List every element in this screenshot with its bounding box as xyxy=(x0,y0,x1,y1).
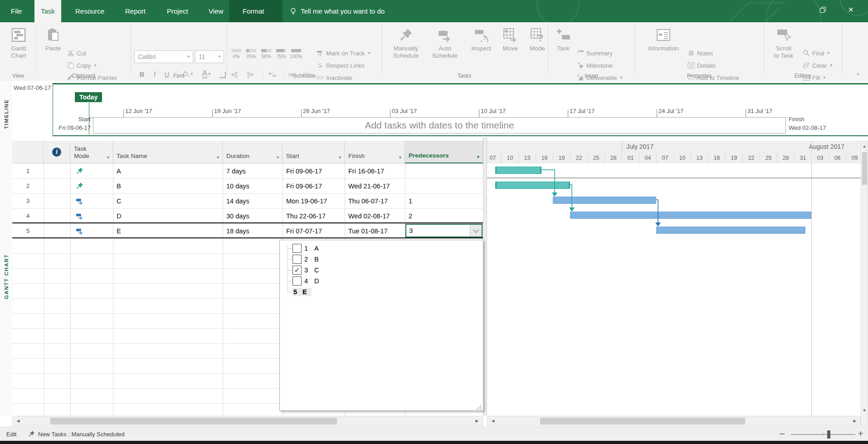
predecessor-option-5[interactable]: 5E xyxy=(293,286,312,297)
gantt-bar-task-a[interactable] xyxy=(495,167,541,174)
filter-arrow-icon[interactable]: ▼ xyxy=(216,155,220,160)
option-checkbox[interactable]: ✓ xyxy=(293,266,302,275)
duration-cell[interactable]: 30 days xyxy=(223,208,283,223)
column-header-duration[interactable]: Duration▼ xyxy=(223,141,283,163)
move-button[interactable]: Move xyxy=(497,25,523,69)
task-mode-cell[interactable] xyxy=(70,208,113,223)
duration-cell[interactable]: 18 days xyxy=(223,223,283,238)
vscroll-up-icon[interactable]: ▲ xyxy=(861,142,868,150)
tab-file[interactable]: File xyxy=(5,0,28,22)
outdent-task-button[interactable] xyxy=(230,69,238,79)
predecessors-combo-button[interactable] xyxy=(470,225,482,237)
task-name-cell[interactable]: D xyxy=(113,208,223,223)
chart-vscrollbar[interactable]: ▲ ▼ xyxy=(861,141,868,426)
table-hscroll-right-icon[interactable]: ▶ xyxy=(473,416,482,425)
percent-100-button[interactable]: 100% xyxy=(289,48,303,65)
manually-schedule-button[interactable]: ManuallySchedule xyxy=(387,25,425,69)
copy-button[interactable]: Copy▼ xyxy=(67,60,97,70)
font-size-combo[interactable]: 11 ▼ xyxy=(195,50,224,63)
predecessors-cell[interactable] xyxy=(405,163,483,178)
task-name-cell[interactable]: C xyxy=(113,193,223,208)
start-cell[interactable]: Fri 09-06-17 xyxy=(283,178,345,193)
insert-task-button[interactable]: Task xyxy=(551,25,576,69)
filter-arrow-icon[interactable]: ▼ xyxy=(476,155,480,159)
filter-arrow-icon[interactable]: ▼ xyxy=(398,155,402,160)
chart-hscrollbar[interactable]: ◀ ▶ xyxy=(487,416,861,426)
row-number-cell[interactable]: 5 xyxy=(12,223,44,238)
font-dialog-launcher[interactable] xyxy=(219,72,226,78)
column-header-name[interactable]: Task Name▼ xyxy=(113,141,223,163)
predecessor-option-3[interactable]: ✓3C xyxy=(293,265,319,276)
zoom-in-button[interactable]: + xyxy=(858,429,863,439)
filter-arrow-icon[interactable]: ▼ xyxy=(338,155,342,160)
row-number-cell[interactable]: 4 xyxy=(12,208,44,223)
start-cell[interactable]: Mon 19-06-17 xyxy=(283,193,345,208)
tab-format[interactable]: Format xyxy=(236,0,271,22)
column-header-info[interactable]: i xyxy=(44,141,70,163)
column-header-mode[interactable]: TaskMode▼ xyxy=(70,141,113,163)
duration-cell[interactable]: 10 days xyxy=(223,178,283,193)
unlink-tasks-button[interactable] xyxy=(303,69,311,79)
table-hscroll-thumb[interactable] xyxy=(50,418,337,424)
font-family-dropdown-icon[interactable]: ▼ xyxy=(185,54,193,59)
start-cell[interactable]: Thu 22-06-17 xyxy=(283,208,345,223)
filter-arrow-icon[interactable]: ▼ xyxy=(106,155,110,160)
start-cell[interactable]: Fri 09-06-17 xyxy=(283,163,345,178)
gantt-pane-strip[interactable]: GANTT CHART xyxy=(0,138,12,416)
tab-task[interactable]: Task xyxy=(34,0,61,22)
predecessor-option-2[interactable]: 2B xyxy=(293,254,319,265)
predecessor-option-1[interactable]: 1A xyxy=(293,243,319,254)
start-cell[interactable]: Fri 07-07-17 xyxy=(283,223,345,238)
finish-cell[interactable]: Thu 06-07-17 xyxy=(345,193,405,208)
option-checkbox[interactable] xyxy=(293,255,302,264)
insert-milestone-button[interactable]: Milestone xyxy=(577,60,613,70)
finish-cell[interactable]: Tue 01-08-17 xyxy=(345,223,405,238)
tell-me-box[interactable]: Tell me what you want to do xyxy=(289,0,385,22)
chart-hscroll-right-icon[interactable]: ▶ xyxy=(850,416,859,425)
find-button[interactable]: Find▼ xyxy=(803,48,830,58)
split-task-button[interactable] xyxy=(268,69,276,79)
gantt-chart-body[interactable] xyxy=(487,163,861,416)
restore-window-button[interactable] xyxy=(812,0,834,19)
zoom-out-button[interactable]: − xyxy=(779,428,785,440)
finish-cell[interactable]: Fri 16-06-17 xyxy=(345,163,405,178)
link-tasks-button[interactable] xyxy=(288,69,296,79)
paste-button[interactable]: Paste xyxy=(41,25,65,69)
task-mode-cell[interactable] xyxy=(70,223,113,238)
gantt-chart-button[interactable]: GanttChart xyxy=(2,25,35,69)
percent-50-button[interactable]: 50% xyxy=(259,48,273,65)
duration-cell[interactable]: 14 days xyxy=(223,193,283,208)
auto-schedule-button[interactable]: AutoSchedule xyxy=(427,25,463,69)
gantt-bar-task-e[interactable] xyxy=(656,227,805,234)
predecessors-cell[interactable]: 1 xyxy=(405,193,483,208)
predecessors-cell[interactable]: 2 xyxy=(405,208,483,223)
predecessors-edit-cell[interactable]: 3 xyxy=(405,224,483,237)
notes-button[interactable]: Notes xyxy=(688,48,713,58)
column-header-start[interactable]: Start▼ xyxy=(283,141,345,163)
task-mode-cell[interactable] xyxy=(70,178,113,193)
gantt-bar-task-c[interactable] xyxy=(553,197,656,204)
timeline-placeholder-box[interactable]: Add tasks with dates to the timeline xyxy=(93,117,786,133)
collapse-ribbon-button[interactable]: ˄ xyxy=(854,71,862,79)
option-checkbox[interactable] xyxy=(293,244,302,253)
percent-25-button[interactable]: 25% xyxy=(244,48,258,65)
percent-75-button[interactable]: 75% xyxy=(274,48,288,65)
predecessors-cell[interactable] xyxy=(405,178,483,193)
information-button[interactable]: Information xyxy=(642,25,685,69)
status-new-tasks[interactable]: New Tasks : Manually Scheduled xyxy=(38,431,125,438)
details-button[interactable]: Details xyxy=(688,60,716,70)
row-number-cell[interactable]: 1 xyxy=(12,163,44,178)
tab-report[interactable]: Report xyxy=(119,0,152,22)
finish-cell[interactable]: Wed 21-06-17 xyxy=(345,178,405,193)
finish-cell[interactable]: Wed 02-08-17 xyxy=(345,208,405,223)
insert-summary-button[interactable]: Summary xyxy=(577,48,613,58)
chart-hscroll-thumb[interactable] xyxy=(540,418,745,424)
scroll-to-task-button[interactable]: Scrollto Task xyxy=(767,25,800,69)
gantt-bar-task-d[interactable] xyxy=(570,212,811,219)
filter-arrow-icon[interactable]: ▼ xyxy=(276,155,280,160)
tab-project[interactable]: Project xyxy=(161,0,195,22)
task-name-cell[interactable]: E xyxy=(113,223,223,238)
tab-view[interactable]: View xyxy=(202,0,229,22)
table-hscroll-left-icon[interactable]: ◀ xyxy=(14,416,23,425)
task-mode-cell[interactable] xyxy=(70,163,113,178)
